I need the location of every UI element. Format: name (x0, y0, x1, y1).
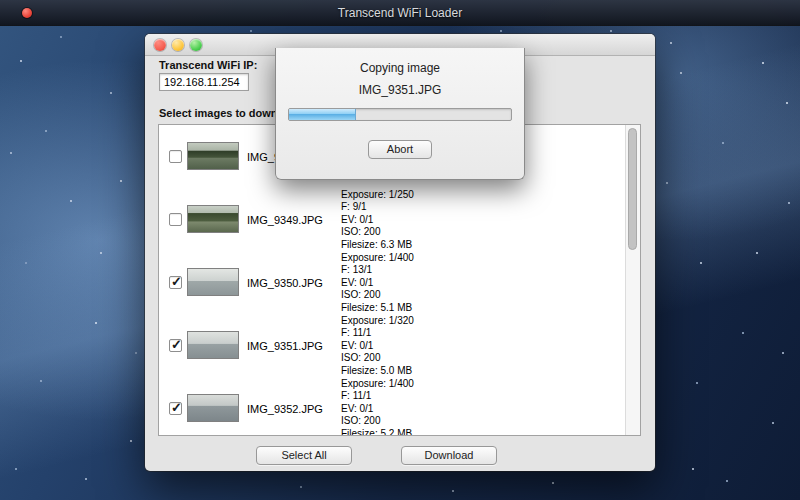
checkbox[interactable] (169, 276, 182, 289)
exif-line: F: 9/1 (341, 201, 414, 213)
dialog-filename: IMG_9351.JPG (276, 83, 524, 97)
exif-line: ISO: 200 (341, 352, 414, 364)
traffic-minimize-button[interactable] (172, 39, 184, 51)
filename: IMG_9350.JPG (247, 277, 323, 289)
close-button-icon[interactable] (22, 8, 32, 18)
exif-line: EV: 0/1 (341, 277, 414, 289)
exif-block: Exposure: 1/400F: 11/1EV: 0/1ISO: 200Fil… (341, 378, 414, 436)
exif-line: F: 11/1 (341, 390, 414, 402)
exif-line: Filesize: 5.2 MB (341, 428, 414, 436)
exif-line: Filesize: 5.1 MB (341, 302, 414, 314)
filename: IMG_9351.JPG (247, 340, 323, 352)
copy-dialog: Copying image IMG_9351.JPG Abort (275, 48, 525, 180)
progress-fill (289, 109, 356, 120)
exif-line: Exposure: 1/320 (341, 315, 414, 327)
traffic-zoom-button[interactable] (190, 39, 202, 51)
filename: IMG_9352.JPG (247, 403, 323, 415)
exif-block: Exposure: 1/320F: 11/1EV: 0/1ISO: 200Fil… (341, 315, 414, 377)
ip-label: Transcend WiFi IP: (159, 59, 257, 71)
app-title: Transcend WiFi Loader (0, 0, 800, 26)
exif-line: Exposure: 1/400 (341, 252, 414, 264)
select-all-button[interactable]: Select All (256, 446, 352, 465)
checkbox[interactable] (169, 402, 182, 415)
exif-line: ISO: 200 (341, 289, 414, 301)
exif-line: ISO: 200 (341, 226, 414, 238)
exif-block: Exposure: 1/250F: 9/1EV: 0/1ISO: 200File… (341, 189, 414, 251)
desktop-background: Transcend WiFi Loader Transcend WiFi IP:… (0, 0, 800, 500)
thumbnail (187, 142, 239, 170)
exif-line: Exposure: 1/250 (341, 189, 414, 201)
thumbnail (187, 268, 239, 296)
image-row: IMG_9352.JPG Exposure: 1/400F: 11/1EV: 0… (159, 377, 625, 436)
exif-line: F: 11/1 (341, 327, 414, 339)
exif-line: Filesize: 6.3 MB (341, 239, 414, 251)
exif-line: EV: 0/1 (341, 340, 414, 352)
dialog-title: Copying image (276, 61, 524, 75)
checkbox[interactable] (169, 339, 182, 352)
ip-input[interactable] (159, 73, 249, 91)
traffic-close-button[interactable] (154, 39, 166, 51)
image-row: IMG_9351.JPG Exposure: 1/320F: 11/1EV: 0… (159, 314, 625, 377)
abort-button[interactable]: Abort (368, 140, 432, 159)
list-scrollbar[interactable] (625, 125, 640, 435)
progress-bar (288, 108, 512, 121)
exif-line: Exposure: 1/400 (341, 378, 414, 390)
thumbnail (187, 394, 239, 422)
download-button[interactable]: Download (401, 446, 497, 465)
scrollbar-thumb[interactable] (628, 128, 637, 250)
thumbnail (187, 331, 239, 359)
exif-line: EV: 0/1 (341, 214, 414, 226)
top-titlebar: Transcend WiFi Loader (0, 0, 800, 26)
exif-line: ISO: 200 (341, 415, 414, 427)
exif-line: EV: 0/1 (341, 403, 414, 415)
checkbox[interactable] (169, 150, 182, 163)
image-row: IMG_9349.JPG Exposure: 1/250F: 9/1EV: 0/… (159, 188, 625, 251)
filename: IMG_9349.JPG (247, 214, 323, 226)
thumbnail (187, 205, 239, 233)
exif-block: Exposure: 1/400F: 13/1EV: 0/1ISO: 200Fil… (341, 252, 414, 314)
exif-line: F: 13/1 (341, 264, 414, 276)
image-row: IMG_9350.JPG Exposure: 1/400F: 13/1EV: 0… (159, 251, 625, 314)
exif-line: Filesize: 5.0 MB (341, 365, 414, 377)
checkbox[interactable] (169, 213, 182, 226)
